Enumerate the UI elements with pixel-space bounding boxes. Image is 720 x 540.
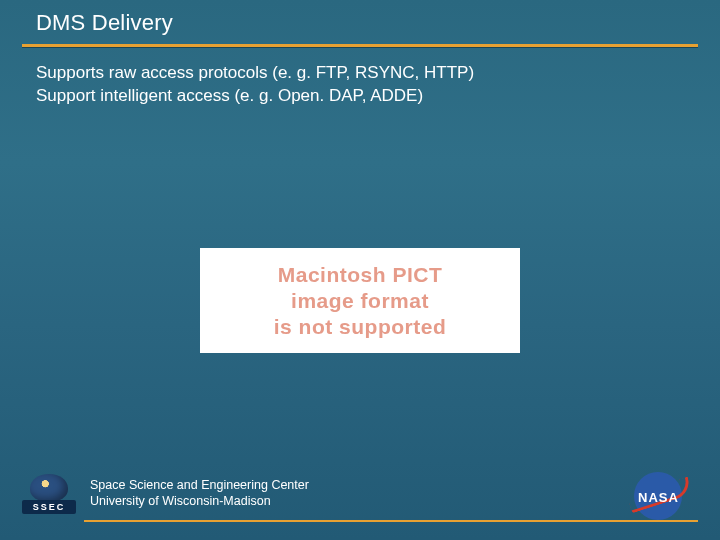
nasa-logo-icon: NASA (628, 468, 692, 520)
body-text: Supports raw access protocols (e. g. FTP… (0, 48, 720, 108)
pict-unsupported-box: Macintosh PICT image format is not suppo… (200, 248, 520, 353)
footer-row: SSEC Space Science and Engineering Cente… (22, 468, 698, 520)
nasa-logo-label: NASA (638, 490, 679, 505)
body-line-1: Supports raw access protocols (e. g. FTP… (36, 62, 720, 85)
body-line-2: Support intelligent access (e. g. Open. … (36, 85, 720, 108)
footer-left: SSEC Space Science and Engineering Cente… (22, 474, 309, 514)
footer-org-1: Space Science and Engineering Center (90, 478, 309, 494)
footer: SSEC Space Science and Engineering Cente… (0, 468, 720, 528)
pict-line-1: Macintosh PICT (278, 263, 443, 287)
footer-text: Space Science and Engineering Center Uni… (90, 478, 309, 509)
slide-title: DMS Delivery (36, 10, 720, 36)
ssec-logo-label: SSEC (22, 500, 76, 514)
footer-org-2: University of Wisconsin-Madison (90, 494, 309, 510)
pict-line-2: image format (291, 289, 429, 313)
footer-rule (84, 520, 698, 522)
pict-line-3: is not supported (274, 315, 447, 339)
ssec-logo-icon: SSEC (22, 474, 76, 514)
title-block: DMS Delivery (0, 0, 720, 36)
